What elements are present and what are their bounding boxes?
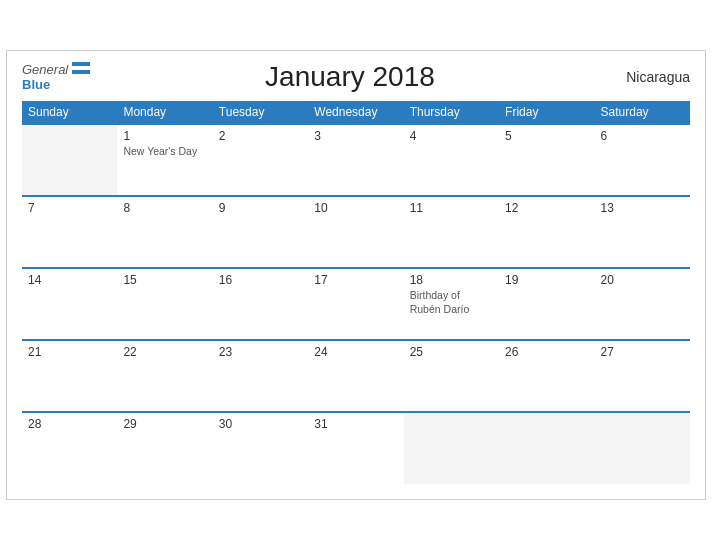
week-row-5: 28293031 <box>22 412 690 484</box>
flag-icon <box>72 62 90 74</box>
day-number: 18 <box>410 273 493 287</box>
day-number: 2 <box>219 129 302 143</box>
day-number: 30 <box>219 417 302 431</box>
calendar-cell: 15 <box>117 268 212 340</box>
day-number: 22 <box>123 345 206 359</box>
calendar-cell: 2 <box>213 124 308 196</box>
day-number: 7 <box>28 201 111 215</box>
day-number: 23 <box>219 345 302 359</box>
calendar-cell: 9 <box>213 196 308 268</box>
country-label: Nicaragua <box>610 69 690 85</box>
day-number: 3 <box>314 129 397 143</box>
calendar-cell: 17 <box>308 268 403 340</box>
calendar-cell: 4 <box>404 124 499 196</box>
calendar-cell: 31 <box>308 412 403 484</box>
logo: General Blue <box>22 62 90 92</box>
calendar-cell: 27 <box>595 340 690 412</box>
day-number: 29 <box>123 417 206 431</box>
day-number: 28 <box>28 417 111 431</box>
calendar-cell: 1New Year's Day <box>117 124 212 196</box>
svg-rect-1 <box>72 66 90 70</box>
calendar-cell: 21 <box>22 340 117 412</box>
calendar-title: January 2018 <box>90 61 610 93</box>
day-number: 8 <box>123 201 206 215</box>
day-number: 9 <box>219 201 302 215</box>
calendar-header: General Blue January 2018 Nicaragua <box>22 61 690 93</box>
day-number: 6 <box>601 129 684 143</box>
day-number: 10 <box>314 201 397 215</box>
day-number: 16 <box>219 273 302 287</box>
day-number: 4 <box>410 129 493 143</box>
calendar-cell: 19 <box>499 268 594 340</box>
header-tuesday: Tuesday <box>213 101 308 124</box>
calendar-cell: 14 <box>22 268 117 340</box>
calendar-cell: 24 <box>308 340 403 412</box>
calendar-cell: 12 <box>499 196 594 268</box>
day-number: 20 <box>601 273 684 287</box>
day-number: 15 <box>123 273 206 287</box>
calendar-cell: 10 <box>308 196 403 268</box>
day-number: 14 <box>28 273 111 287</box>
calendar-cell: 25 <box>404 340 499 412</box>
calendar-cell <box>22 124 117 196</box>
calendar-cell <box>595 412 690 484</box>
day-number: 12 <box>505 201 588 215</box>
header-monday: Monday <box>117 101 212 124</box>
calendar-cell: 30 <box>213 412 308 484</box>
day-number: 21 <box>28 345 111 359</box>
week-row-1: 1New Year's Day23456 <box>22 124 690 196</box>
calendar-cell <box>404 412 499 484</box>
event-label: Birthday of Rubén Darío <box>410 289 493 316</box>
day-number: 13 <box>601 201 684 215</box>
day-number: 24 <box>314 345 397 359</box>
calendar-cell: 28 <box>22 412 117 484</box>
calendar-cell <box>499 412 594 484</box>
day-number: 1 <box>123 129 206 143</box>
calendar-cell: 23 <box>213 340 308 412</box>
calendar-cell: 16 <box>213 268 308 340</box>
day-number: 5 <box>505 129 588 143</box>
calendar: General Blue January 2018 Nicaragua Sund… <box>6 50 706 500</box>
header-thursday: Thursday <box>404 101 499 124</box>
calendar-cell: 22 <box>117 340 212 412</box>
svg-rect-2 <box>72 70 90 74</box>
header-wednesday: Wednesday <box>308 101 403 124</box>
day-number: 26 <box>505 345 588 359</box>
svg-rect-0 <box>72 62 90 66</box>
calendar-cell: 13 <box>595 196 690 268</box>
calendar-cell: 29 <box>117 412 212 484</box>
header-sunday: Sunday <box>22 101 117 124</box>
day-number: 17 <box>314 273 397 287</box>
day-number: 19 <box>505 273 588 287</box>
calendar-cell: 20 <box>595 268 690 340</box>
week-row-2: 78910111213 <box>22 196 690 268</box>
day-number: 27 <box>601 345 684 359</box>
week-row-4: 21222324252627 <box>22 340 690 412</box>
week-row-3: 1415161718Birthday of Rubén Darío1920 <box>22 268 690 340</box>
logo-bottom: Blue <box>22 78 90 92</box>
calendar-cell: 26 <box>499 340 594 412</box>
calendar-cell: 18Birthday of Rubén Darío <box>404 268 499 340</box>
calendar-cell: 6 <box>595 124 690 196</box>
day-number: 11 <box>410 201 493 215</box>
header-saturday: Saturday <box>595 101 690 124</box>
calendar-table: Sunday Monday Tuesday Wednesday Thursday… <box>22 101 690 484</box>
day-number: 25 <box>410 345 493 359</box>
calendar-cell: 7 <box>22 196 117 268</box>
calendar-cell: 11 <box>404 196 499 268</box>
weekday-header-row: Sunday Monday Tuesday Wednesday Thursday… <box>22 101 690 124</box>
calendar-cell: 8 <box>117 196 212 268</box>
header-friday: Friday <box>499 101 594 124</box>
day-number: 31 <box>314 417 397 431</box>
logo-top: General <box>22 62 90 77</box>
calendar-cell: 5 <box>499 124 594 196</box>
calendar-cell: 3 <box>308 124 403 196</box>
event-label: New Year's Day <box>123 145 206 159</box>
